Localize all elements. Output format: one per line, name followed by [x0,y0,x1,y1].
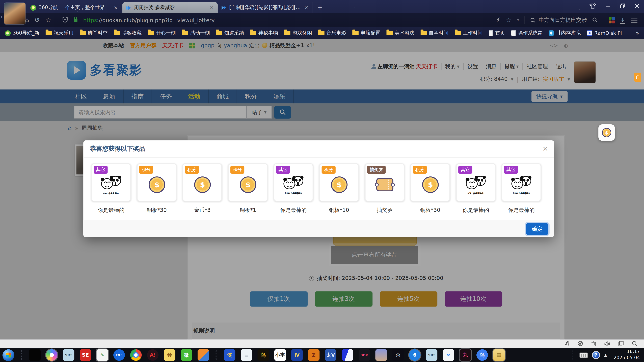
app-game-iv[interactable]: Ⅳ [291,349,303,361]
browser-tab[interactable]: 周周抽奖 多看聚影× [122,2,218,13]
folder-icon [80,31,86,35]
tray-expand-icon[interactable]: ▲ [604,353,607,357]
folder-icon [148,31,154,35]
meme-caption: 加油! 你是最胖的! [465,193,487,195]
taskbar-icons: SRTSE✎EXEA!铃微侠≡鸟小丰ⅣZ太V8OK◎6SRT∞丸鸟▤ [2,349,505,361]
taskbar-clock[interactable]: 18:17 2025-05-04 [614,349,640,361]
browser-tab[interactable]: +360导航_一个主页，整个世界× [27,2,122,13]
app-atom[interactable]: ◎ [392,349,404,361]
keyboard-ime-icon[interactable] [580,352,588,358]
app-orange-tool[interactable] [198,349,209,361]
app-pinwheel[interactable] [46,349,58,361]
app-xunlei[interactable]: 鸟 [476,349,488,361]
bookmark-item[interactable]: 音乐电影 [318,29,346,36]
app-srt-video[interactable]: SRT [63,349,74,361]
windows-stack-icon[interactable] [618,341,624,347]
tab-close-icon[interactable]: × [209,5,214,10]
bookmark-item[interactable]: 【内存虚拟 [549,29,581,36]
prize-name: 抽奖券 [377,206,393,214]
app-paw-icon [587,30,592,36]
app-se[interactable]: SE [80,349,91,361]
confirm-button[interactable]: 确定 [526,223,548,235]
bookmark-item[interactable]: 神秘事物 [250,29,278,36]
bookmark-item[interactable]: 祝天乐用 [46,29,74,36]
screen: +360导航_一个主页，整个世界×周周抽奖 多看聚影×[自制][华语][港影][… [0,0,644,362]
bookmark-item[interactable]: 首页 [489,29,505,36]
tab-title: [自制][华语][港影][邵氏电影][武.. [229,4,301,11]
restore-icon[interactable] [620,3,626,9]
speaker-icon[interactable] [604,341,610,346]
minimize-icon[interactable] [605,3,611,9]
coin-icon: $ [421,175,440,194]
skin-shirt-icon[interactable] [589,3,596,9]
app-xiaofeng[interactable]: 小丰 [274,349,286,361]
bookmark-item[interactable]: RamDisk Pl [587,30,622,36]
trash-icon[interactable] [591,341,596,347]
side-panel-handle[interactable] [634,72,641,82]
bookmark-label: 360导航_新 [13,29,40,36]
prizes-row: 其它加油! 你是最胖的!你是最棒的积分$铜板*30积分$金币*3积分$铜板*1其… [83,158,554,214]
bookmark-item[interactable]: 工作时间 [455,29,483,36]
bookmark-item[interactable]: 电脑配置 [352,29,380,36]
modal-close-icon[interactable]: × [542,145,548,152]
app-taige-v[interactable]: 太V [325,349,336,361]
prize-category-badge: 其它 [276,166,290,174]
bookmark-item[interactable]: 自学时间 [420,29,448,36]
app-notepad[interactable]: ≡ [241,349,252,361]
app-wan[interactable]: 丸 [460,349,471,361]
tab-close-icon[interactable]: × [304,5,309,10]
zoom-search-icon[interactable] [632,341,638,347]
browser-profile-avatar[interactable] [4,3,25,24]
app-wechat[interactable]: 微 [181,349,192,361]
app-chrome[interactable] [130,349,142,361]
app-bell[interactable]: 铃 [164,349,176,361]
bookmark-item[interactable]: 操作系统常 [511,29,542,36]
close-icon[interactable] [634,3,640,9]
app-exe[interactable]: EXE [113,349,125,361]
prize-category-badge: 积分 [413,166,427,174]
app-blue-flag[interactable] [342,349,353,361]
app-z-block[interactable]: Z [308,349,320,361]
bookmarks-overflow-chevron[interactable]: » [636,30,639,36]
prize-name: 你是最棒的 [462,206,489,214]
svg-text:$: $ [154,180,159,189]
new-tab-button[interactable]: + [317,3,323,11]
coin-icon: $ [601,127,612,138]
bookmarks-bar: +360导航_新祝天乐用脚丫时空博客收藏开心一刻感动一刻知道采纳神秘事物游戏休闲… [0,27,644,39]
modal-title: 恭喜您获得以下奖品 [90,145,146,153]
bookmark-item[interactable]: 知道采纳 [216,29,244,36]
window-controls [589,3,640,9]
bookmark-item[interactable]: 游戏休闲 [284,29,312,36]
app-xia-game[interactable]: 侠 [224,349,236,361]
app-anime-girl[interactable] [375,349,387,361]
forward-icon[interactable]: › [0,13,644,27]
app-360-browser[interactable]: 6 [409,349,420,361]
bookmark-item[interactable]: 感动一刻 [182,29,210,36]
floating-coin-widget[interactable]: $ [598,124,615,141]
bookmark-label: 音乐电影 [326,29,346,36]
bookmark-label: 脚丫时空 [88,29,108,36]
app-silhouette[interactable] [29,349,41,361]
bookmark-item[interactable]: 开心一刻 [148,29,176,36]
bookmark-item[interactable]: 美术游戏 [386,29,414,36]
adblock-plus-icon[interactable] [578,341,583,347]
meme-caption: 加油! 你是最胖的! [510,193,532,195]
bookmark-item[interactable]: 脚丫时空 [80,29,108,36]
tab-close-icon[interactable]: × [113,5,118,10]
browser-tab[interactable]: [自制][华语][港影][邵氏电影][武..× [218,2,313,13]
app-baidu-netdisk[interactable]: ∞ [443,349,454,361]
app-a-player[interactable]: A! [147,349,159,361]
prize-category-badge: 积分 [139,166,153,174]
app-file-explorer[interactable]: ▤ [493,349,505,361]
ime-help-icon[interactable]: ? [592,351,600,359]
bookmark-item[interactable]: 博客收藏 [114,29,142,36]
app-photoshop-feather[interactable]: ✎ [96,349,108,361]
app-srt-video-2[interactable]: SRT [426,349,438,361]
prize-item: 其它加油! 你是最胖的!你是最棒的 [502,163,541,214]
app-8ok[interactable]: 8OK [358,349,370,361]
folder-icon [352,31,358,35]
bookmark-item[interactable]: +360导航_新 [5,29,39,36]
app-phoenix-game[interactable]: 鸟 [258,349,269,361]
rocket-boost-icon[interactable] [564,341,570,347]
start-button[interactable] [2,349,14,361]
